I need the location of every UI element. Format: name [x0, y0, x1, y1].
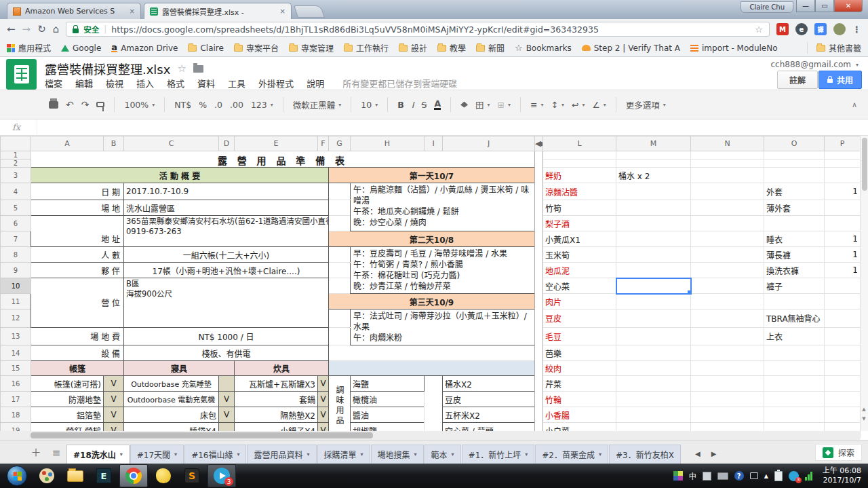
hidden-icons-chevron[interactable]: ▲ [764, 473, 768, 479]
cell-fee-value[interactable]: NT$ 1000 / 日 [124, 327, 329, 345]
action-center-icon[interactable] [750, 472, 758, 479]
cell-bedding-header[interactable]: 寢具 [124, 361, 235, 376]
cell-O16[interactable] [764, 376, 825, 392]
cell-O3[interactable] [764, 168, 825, 183]
cell-N17[interactable] [691, 392, 764, 407]
bold-button[interactable]: B [397, 100, 404, 110]
cell-partners-value[interactable]: 17帳（小雨+明池+汎怡+壞+Claire....) [124, 263, 329, 278]
url-field[interactable]: 安全 | https://docs.google.com/spreadsheet… [66, 22, 770, 37]
text-wrap-button[interactable]: ↩▾ [572, 100, 585, 110]
cell-N1[interactable] [691, 151, 764, 159]
row-header-1[interactable]: 1 [1, 151, 31, 159]
col-header-P[interactable]: P [825, 136, 861, 151]
tab-close-icon[interactable]: × [130, 7, 135, 15]
cell-P16[interactable] [825, 376, 861, 392]
chevron-down-icon[interactable]: ▾ [307, 451, 309, 457]
cell-date-label[interactable]: 日 期 [31, 183, 124, 200]
sheet-tab[interactable]: #16福山緣▾ [184, 445, 246, 464]
cell-G10[interactable] [329, 278, 351, 294]
cell-M2[interactable] [616, 159, 691, 168]
browser-profile-button[interactable]: Claire Chu [741, 1, 793, 13]
cell-B18[interactable]: V [104, 407, 124, 423]
browser-tab-aws[interactable]: Amazon Web Services S × [7, 3, 141, 19]
url-text[interactable]: https://docs.google.com/spreadsheets/d/1… [111, 24, 750, 35]
vertical-scrollbar-thumb[interactable] [862, 138, 867, 191]
cell-L14[interactable]: 芭樂 [543, 345, 616, 361]
menu-view[interactable]: 檢視 [106, 77, 123, 90]
chevron-down-icon[interactable]: ▾ [361, 451, 363, 457]
row-header-14[interactable]: 14 [1, 345, 31, 361]
col-header-F[interactable]: F [318, 136, 329, 151]
paint-format-icon[interactable] [96, 102, 104, 107]
all-sheets-button[interactable]: ≡ [46, 447, 66, 464]
next-sheets-icon[interactable]: ▶ [711, 450, 717, 457]
cell-N18[interactable] [691, 407, 764, 423]
cell-day2-header[interactable]: 第二天10/8 [329, 231, 535, 247]
star-document-icon[interactable]: ☆ [177, 62, 186, 75]
taskbar-chrome[interactable] [119, 464, 148, 487]
cell-F16[interactable]: V [318, 376, 329, 392]
redo-icon[interactable]: ↷ [81, 99, 90, 110]
cell-P4[interactable]: 1 [825, 183, 861, 200]
bookmark-star-icon[interactable]: ☆ [755, 24, 763, 35]
taskbar-paint-app[interactable] [33, 464, 61, 487]
cell-L16[interactable]: 芹菜 [543, 376, 616, 392]
cell-day2-menu[interactable]: 早：豆皮壽司 / 毛豆 / 海帶芽味噌湯 / 水果 午：竹筍粥 / 青菜? / … [351, 247, 535, 294]
cell-O9[interactable]: 換洗衣褲 [764, 263, 825, 278]
cell-O15[interactable] [764, 361, 825, 376]
account-menu[interactable]: cch888@gmail.com▾ [771, 60, 859, 69]
telegram-tray-icon[interactable] [789, 471, 799, 481]
scroll-arrows[interactable]: ▲▼ [861, 405, 867, 424]
cell-L11[interactable]: 肉片 [543, 294, 616, 309]
row-header-4[interactable]: 4 [1, 183, 31, 200]
bookmark-folder[interactable]: 工作執行 [344, 42, 389, 54]
row-header-6[interactable]: 6 [1, 216, 31, 231]
ime-lang-indicator[interactable]: 中 [689, 470, 696, 481]
cell-day1-menu[interactable]: 午：烏龍涼麵（沾醬）/ 小黃瓜絲 / 燙玉米筍 / 味噌湯 午茶：地瓜夾心銅鑼燒… [351, 183, 535, 231]
select-all-corner[interactable] [1, 136, 31, 151]
taskbar-sublime[interactable]: S [178, 464, 206, 487]
cell-M11[interactable] [616, 294, 691, 309]
bookmark-folder[interactable]: 設計 [399, 42, 427, 54]
cell-L9[interactable]: 地瓜泥 [543, 263, 616, 278]
font-size-select[interactable]: 10▾ [361, 100, 378, 110]
col-header-M[interactable]: M [616, 136, 691, 151]
menu-tools[interactable]: 工具 [228, 77, 245, 90]
cell-O14[interactable] [764, 345, 825, 361]
cell-N14[interactable] [691, 345, 764, 361]
cell-O12[interactable]: TBRA無袖背心 [764, 309, 825, 328]
row-header-17[interactable]: 17 [1, 392, 31, 407]
minimize-button[interactable]: — [796, 0, 815, 12]
cell-O18[interactable] [764, 407, 825, 423]
row-header-3[interactable]: 3 [1, 168, 31, 183]
restore-button[interactable]: ▭ [815, 0, 834, 12]
cell-site-value[interactable]: 洗水山露營區 [124, 200, 329, 216]
other-bookmarks[interactable]: 其他書籤 [807, 42, 861, 54]
menu-file[interactable]: 檔案 [45, 77, 62, 90]
sheet-tab[interactable]: #1．新竹上坪▾ [462, 445, 535, 464]
cell-D18[interactable]: V [219, 407, 235, 423]
close-button[interactable]: ✕ [834, 0, 863, 12]
col-header-J[interactable]: J [443, 136, 535, 151]
col-header-O[interactable]: O [764, 136, 825, 151]
tab-close-icon[interactable]: × [280, 7, 285, 15]
cell-M12[interactable] [616, 309, 691, 328]
menu-edit[interactable]: 編輯 [75, 77, 93, 90]
cell-P5[interactable] [825, 200, 861, 216]
cell-O6[interactable] [764, 216, 825, 231]
cell-O8[interactable]: 薄長褲 [764, 247, 825, 263]
extension-icon[interactable] [833, 23, 846, 35]
sheet-tab[interactable]: 露營用品資料▾ [247, 445, 316, 464]
cell-M4[interactable] [616, 183, 691, 200]
cell-L4[interactable]: 涼麵沾醬 [543, 183, 616, 200]
col-header-L[interactable]: L [543, 136, 616, 151]
number-format-button[interactable]: 123▾ [251, 100, 273, 110]
bookmark-google[interactable]: Google [61, 43, 101, 53]
undo-icon[interactable]: ↶ [66, 99, 74, 110]
cell-pitch-label[interactable]: 營 位 [31, 278, 124, 328]
active-cell-M10[interactable] [616, 278, 691, 294]
cell-people-value[interactable]: 一組六帳(十二大+六小) [124, 247, 329, 263]
ime-mode-icon[interactable] [703, 472, 711, 481]
row-header-12[interactable]: 12 [1, 309, 31, 328]
bookmark-import[interactable]: import - ModuleNo [690, 43, 778, 53]
